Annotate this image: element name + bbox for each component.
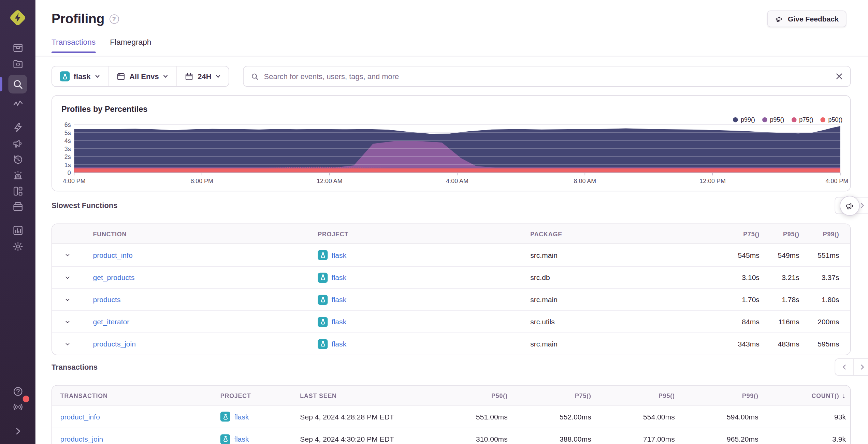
table-row: get_iteratorflasksrc.utils84ms116ms200ms xyxy=(52,310,851,332)
col-count[interactable]: COUNT() ↓ xyxy=(758,391,846,399)
col-p95[interactable]: P95() xyxy=(591,392,675,398)
next-page-button[interactable] xyxy=(853,359,868,375)
function-link[interactable]: products xyxy=(93,295,121,304)
page-help-icon[interactable]: ? xyxy=(109,14,119,24)
package-cell: src.db xyxy=(519,273,720,281)
flask-project-icon xyxy=(318,295,328,305)
zigzag-trace-icon xyxy=(12,98,24,109)
function-link[interactable]: products_join xyxy=(93,340,136,348)
legend-item-p99[interactable]: p99() xyxy=(733,116,755,123)
expand-row-button[interactable] xyxy=(52,296,83,303)
y-axis-label: 3s xyxy=(52,145,71,152)
chevron-down-icon xyxy=(215,74,221,79)
col-last-seen: LAST SEEN xyxy=(300,392,424,398)
flask-project-icon xyxy=(60,71,70,81)
sidebar-item-projects[interactable] xyxy=(8,54,27,73)
legend-label: p50() xyxy=(828,116,843,123)
y-axis-label: 2s xyxy=(52,153,71,160)
project-filter[interactable]: flask xyxy=(52,66,108,86)
col-p99[interactable]: P99() xyxy=(675,392,758,398)
project-link[interactable]: flask xyxy=(234,435,249,443)
package-cell: src.main xyxy=(519,340,720,348)
function-link[interactable]: product_info xyxy=(93,251,133,259)
col-p75[interactable]: P75() xyxy=(508,392,591,398)
sidebar-collapse-toggle[interactable] xyxy=(8,421,27,440)
project-link[interactable]: flask xyxy=(234,412,249,420)
function-link[interactable]: get_iterator xyxy=(93,317,130,326)
megaphone-icon xyxy=(12,137,24,149)
chevron-down-icon xyxy=(64,341,71,347)
project-link[interactable]: flask xyxy=(332,317,346,326)
x-axis-label: 8:00 PM xyxy=(190,178,213,184)
page-filter-group: flask All Envs 24H xyxy=(52,66,229,87)
x-axis-label: 12:00 PM xyxy=(699,178,725,184)
flask-project-icon xyxy=(220,412,230,421)
org-logo[interactable] xyxy=(7,7,28,28)
sidebar-item-explore[interactable] xyxy=(8,75,27,93)
tab-flamegraph[interactable]: Flamegraph xyxy=(110,38,151,53)
search-icon xyxy=(251,72,259,80)
megaphone-icon xyxy=(845,201,855,211)
col-project: PROJECT xyxy=(307,231,519,237)
chevron-down-icon xyxy=(163,74,168,79)
count-cell: 3.9k xyxy=(758,435,846,443)
col-p95[interactable]: P95() xyxy=(760,231,799,237)
project-cell: flask xyxy=(220,412,300,421)
expand-row-button[interactable] xyxy=(52,274,83,281)
transactions-table: TRANSACTIONPROJECTLAST SEENP50()P75()P95… xyxy=(52,385,851,444)
sidebar-item-whats-new[interactable] xyxy=(8,397,27,416)
function-cell: product_info xyxy=(83,251,306,259)
window-icon xyxy=(116,72,126,81)
expand-row-button[interactable] xyxy=(52,341,83,347)
feedback-fab[interactable] xyxy=(840,196,859,216)
prev-page-button[interactable] xyxy=(835,359,853,375)
date-range-filter[interactable]: 24H xyxy=(176,66,229,86)
col-p99[interactable]: P99() xyxy=(799,231,839,237)
environment-filter[interactable]: All Envs xyxy=(108,66,176,86)
table-row: product_infoflaskSep 4, 2024 4:28:28 PM … xyxy=(52,405,851,428)
legend-label: p75() xyxy=(799,116,813,123)
transaction-link[interactable]: products_join xyxy=(60,435,103,443)
last-seen-cell: Sep 4, 2024 4:30:20 PM EDT xyxy=(300,435,424,443)
project-link[interactable]: flask xyxy=(332,295,346,304)
clear-search-icon[interactable] xyxy=(835,73,843,80)
transaction-cell: products_join xyxy=(60,435,220,443)
tab-transactions[interactable]: Transactions xyxy=(52,38,96,53)
project-cell: flask xyxy=(220,434,300,444)
p95-cell: 3.21s xyxy=(760,273,799,281)
function-link[interactable]: get_products xyxy=(93,273,135,281)
give-feedback-button[interactable]: Give Feedback xyxy=(767,11,847,27)
flask-project-icon xyxy=(318,339,328,349)
legend-item-p75[interactable]: p75() xyxy=(791,116,813,123)
legend-dot xyxy=(762,117,767,122)
give-feedback-label: Give Feedback xyxy=(788,15,839,23)
sidebar-item-releases[interactable] xyxy=(8,197,27,216)
sidebar-item-settings[interactable] xyxy=(8,237,27,255)
project-link[interactable]: flask xyxy=(332,251,346,259)
x-axis-label: 4:00 PM xyxy=(826,178,848,184)
sidebar-active-indicator xyxy=(0,77,2,91)
legend-dot xyxy=(821,117,826,122)
page-title: Profiling xyxy=(52,11,104,26)
project-cell: flask xyxy=(307,295,519,305)
p75-cell: 552.00ms xyxy=(508,412,591,420)
x-axis-label: 4:00 PM xyxy=(63,178,85,184)
project-link[interactable]: flask xyxy=(332,340,346,348)
function-cell: get_products xyxy=(83,273,306,281)
legend-item-p50[interactable]: p50() xyxy=(821,116,842,123)
col-p50[interactable]: P50() xyxy=(424,392,508,398)
flask-project-icon xyxy=(318,317,328,327)
sidebar-item-traces[interactable] xyxy=(8,94,27,113)
transaction-link[interactable]: product_info xyxy=(60,412,100,420)
lightning-icon xyxy=(12,121,24,133)
search-input[interactable] xyxy=(264,72,830,80)
col-p75[interactable]: P75() xyxy=(720,231,760,237)
sort-desc-icon: ↓ xyxy=(842,391,846,399)
p75-cell: 1.70s xyxy=(720,295,760,304)
p99-cell: 200ms xyxy=(799,317,839,326)
expand-row-button[interactable] xyxy=(52,252,83,258)
project-link[interactable]: flask xyxy=(332,273,346,281)
legend-item-p95[interactable]: p95() xyxy=(762,116,784,123)
flask-project-icon xyxy=(318,250,328,260)
expand-row-button[interactable] xyxy=(52,319,83,325)
